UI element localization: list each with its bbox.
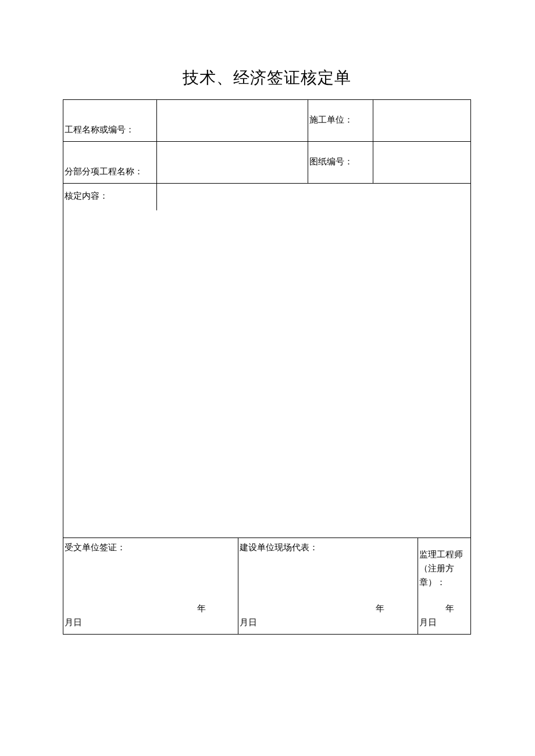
sig-supervisor-label: 监理工程师（注册方章）： (419, 547, 469, 589)
form-table: 工程名称或编号： 施工单位： 分部分项工程名称： 图纸编号： 核定内容： 受文单… (63, 99, 471, 635)
value-drawing-no (373, 142, 470, 184)
sig-supervisor-monthday: 月日 (419, 618, 437, 627)
label-contractor: 施工单位： (308, 100, 373, 142)
row-signatures: 受文单位签证： 年 月日 建设单位现场代表： 年 月日 (63, 538, 471, 635)
label-project-name: 工程名称或编号： (63, 100, 157, 142)
sig-owner-year: 年 (240, 601, 384, 615)
signature-supervisor: 监理工程师（注册方章）： 年 月日 (418, 538, 470, 635)
sig-supervisor-date: 年 月日 (419, 601, 469, 629)
content-body (63, 210, 471, 538)
label-content: 核定内容： (63, 184, 157, 210)
sig-recipient-year: 年 (65, 601, 206, 615)
value-project-name (157, 100, 308, 142)
row-subproject: 分部分项工程名称： 图纸编号： (63, 142, 471, 184)
sig-recipient-monthday: 月日 (65, 618, 82, 627)
label-drawing-no: 图纸编号： (308, 142, 373, 184)
row-project: 工程名称或编号： 施工单位： (63, 100, 471, 142)
sig-recipient-label: 受文单位签证： (65, 540, 237, 554)
value-contractor (373, 100, 470, 142)
sig-owner-monthday: 月日 (240, 618, 257, 627)
value-content-header (157, 184, 471, 210)
label-subproject: 分部分项工程名称： (63, 142, 157, 184)
signature-owner-rep: 建设单位现场代表： 年 月日 (238, 538, 418, 635)
sig-owner-label: 建设单位现场代表： (240, 540, 416, 554)
sig-supervisor-year: 年 (419, 601, 454, 615)
sig-owner-date: 年 月日 (240, 601, 416, 629)
value-subproject (157, 142, 308, 184)
page: 技术、经济签证核定单 工程名称或编号： 施工单位： 分部分项工程名称： 图纸编号… (0, 0, 535, 635)
row-content-body (63, 210, 471, 538)
form-title: 技术、经济签证核定单 (63, 67, 471, 89)
row-content-label: 核定内容： (63, 184, 471, 210)
sig-recipient-date: 年 月日 (65, 601, 237, 629)
signature-recipient: 受文单位签证： 年 月日 (63, 538, 238, 635)
